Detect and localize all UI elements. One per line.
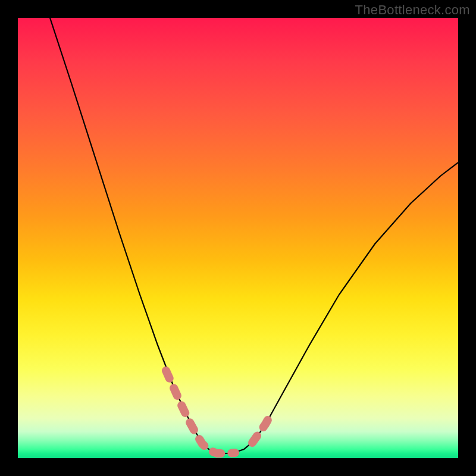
- marker-left-arm: [166, 371, 235, 453]
- marker-right-arm: [252, 412, 272, 443]
- right-curve: [220, 162, 458, 453]
- watermark-label: TheBottleneck.com: [355, 2, 470, 18]
- chart-frame: [18, 18, 458, 458]
- left-curve: [50, 18, 220, 453]
- curve-overlay: [18, 18, 458, 458]
